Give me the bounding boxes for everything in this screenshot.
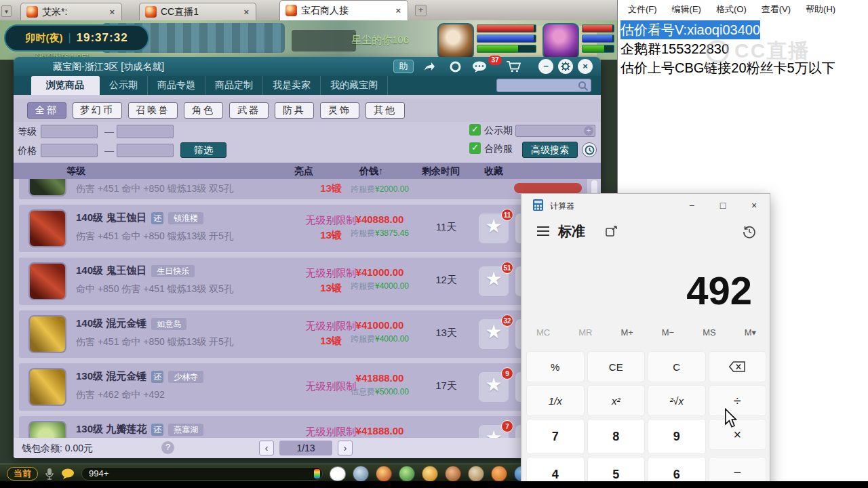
prev-page-button[interactable]: ‹ <box>259 441 274 455</box>
multiply-key[interactable]: × <box>709 419 767 450</box>
digit-8-key[interactable]: 8 <box>587 419 646 454</box>
menu-format[interactable]: 格式(O) <box>716 3 747 16</box>
advanced-search-button[interactable]: 高级搜索 <box>522 142 578 158</box>
category-coins[interactable]: 梦幻币 <box>73 102 122 119</box>
pet-status-widget[interactable] <box>437 23 536 60</box>
sqrt-key[interactable]: ²√x <box>648 385 706 416</box>
history-icon[interactable] <box>743 225 756 241</box>
item-icon-axe[interactable] <box>28 209 66 247</box>
chat-channel-current-button[interactable]: 当前 <box>7 467 38 481</box>
tab-i-am-seller[interactable]: 我是卖家 <box>263 76 321 95</box>
chat-bubble-icon[interactable] <box>61 468 75 479</box>
favorite-button[interactable]: ★11 <box>479 214 509 243</box>
digit-7-key[interactable]: 7 <box>526 419 585 454</box>
memory-add-button[interactable]: M+ <box>620 327 633 338</box>
favorite-button[interactable]: ★51 <box>479 266 509 296</box>
plus-icon[interactable]: + <box>584 126 593 136</box>
table-row[interactable]: 140级 鬼王蚀日还镇淮楼 伤害 +451 命中 +850 锻炼13级 开5孔 … <box>19 205 587 252</box>
scroll-shortcut-icon[interactable] <box>468 466 484 482</box>
category-others[interactable]: 其他 <box>366 102 405 119</box>
close-button[interactable]: × <box>578 59 593 74</box>
item-icon-hammer[interactable] <box>28 368 66 406</box>
pet-shortcut-icon[interactable] <box>330 466 346 481</box>
category-pets[interactable]: 召唤兽 <box>128 102 178 119</box>
item-icon-lotus[interactable] <box>28 421 66 438</box>
favorite-button[interactable]: ★9 <box>479 372 509 402</box>
menu-file[interactable]: 文件(F) <box>628 3 657 16</box>
search-history-clock-button[interactable] <box>582 142 597 157</box>
table-row[interactable]: 140级 混元金锤如意岛 伤害 +451 命中 +850 锻炼13级 开5孔 无… <box>19 310 587 358</box>
item-icon-axe[interactable] <box>28 262 66 300</box>
page-indicator[interactable]: 1/13 <box>279 441 332 455</box>
percent-key[interactable]: % <box>526 351 585 382</box>
table-row[interactable]: 130级 九瓣莲花还燕塞湖 无级别限制 ¥41888.00 ★7 <box>19 416 587 438</box>
memory-recall-button[interactable]: MR <box>578 327 592 338</box>
tab-my-cbg[interactable]: 我的藏宝阁 <box>321 76 388 95</box>
ring-icon[interactable] <box>445 59 465 74</box>
wallet-help-icon[interactable]: ? <box>161 441 174 454</box>
settings-gear-button[interactable] <box>558 59 573 74</box>
table-row[interactable]: 140级 鬼王蚀日生日快乐 命中 +850 伤害 +451 锻炼13级 双5孔 … <box>19 258 587 305</box>
memory-subtract-button[interactable]: M− <box>662 327 674 338</box>
keep-on-top-icon[interactable] <box>606 226 618 239</box>
notice-period-checkbox[interactable]: ✓ <box>469 124 481 136</box>
tab-notice-period[interactable]: 公示期 <box>100 76 148 95</box>
item-icon-hammer[interactable] <box>28 315 66 353</box>
tab-list-dropdown[interactable]: ▾ <box>1 5 12 17</box>
sword-shortcut-icon[interactable] <box>353 466 369 482</box>
tab-goods-topics[interactable]: 商品专题 <box>148 76 205 95</box>
coin-shortcut-icon[interactable] <box>422 466 438 482</box>
category-accessories[interactable]: 灵饰 <box>320 102 359 119</box>
new-tab-button[interactable]: + <box>415 5 427 16</box>
help-button[interactable]: 助 <box>393 60 414 73</box>
memory-clear-button[interactable]: MC <box>536 327 550 338</box>
price-max-input[interactable] <box>117 144 174 157</box>
filter-submit-button[interactable]: 筛选 <box>180 142 226 158</box>
close-button[interactable]: × <box>738 194 770 217</box>
close-icon[interactable]: × <box>108 7 116 17</box>
chest-shortcut-icon[interactable] <box>376 466 392 482</box>
price-min-input[interactable] <box>41 144 98 157</box>
hamburger-menu-icon[interactable] <box>536 226 550 239</box>
backspace-key[interactable] <box>709 351 767 382</box>
message-icon[interactable] <box>469 59 490 74</box>
category-all[interactable]: 全部 <box>27 102 66 119</box>
chat-color-picker[interactable] <box>314 469 320 479</box>
category-characters[interactable]: 角色 <box>184 102 223 119</box>
search-input[interactable] <box>496 79 591 92</box>
tab-gem-merchant[interactable]: 宝石商人接 × <box>279 0 408 20</box>
level-min-input[interactable] <box>41 125 98 138</box>
table-row[interactable]: 130级 混元金锤还少林寺 伤害 +462 命中 +492 无级别限制 ¥418… <box>19 363 587 411</box>
share-icon[interactable] <box>419 59 439 74</box>
notice-period-input[interactable]: + <box>515 125 595 137</box>
category-weapons[interactable]: 武器 <box>229 102 269 119</box>
minimize-button[interactable]: − <box>538 59 553 74</box>
memory-dropdown-button[interactable]: M▾ <box>745 327 756 338</box>
clear-key[interactable]: C <box>648 351 706 382</box>
minimize-button[interactable]: − <box>676 194 707 217</box>
bag-shortcut-icon[interactable] <box>445 466 461 482</box>
buy-button[interactable] <box>514 183 582 193</box>
table-row-partial[interactable]: 伤害 +451 命中 +850 锻炼13级 双5孔 13锻 跨服费¥2000.0… <box>19 179 587 199</box>
square-key[interactable]: x² <box>587 385 646 416</box>
level-max-input[interactable] <box>117 125 174 138</box>
menu-edit[interactable]: 编辑(E) <box>672 3 701 16</box>
header-price-sort[interactable]: 价钱↑ <box>359 165 383 178</box>
character-avatar[interactable] <box>542 23 579 60</box>
character-status-widget[interactable] <box>542 23 614 60</box>
friend-shortcut-icon[interactable] <box>491 466 507 482</box>
cart-icon[interactable] <box>503 59 524 74</box>
menu-help[interactable]: 帮助(H) <box>806 3 835 16</box>
chat-input[interactable]: 994+ <box>81 467 323 481</box>
shield-shortcut-icon[interactable] <box>399 466 415 482</box>
cbg-titlebar[interactable]: 藏宝阁-浙江3区 [功成名就] 助 37 − × <box>14 57 601 76</box>
microphone-icon[interactable] <box>45 468 54 480</box>
clear-entry-key[interactable]: CE <box>587 351 646 382</box>
notepad-text-area[interactable]: 估价看号V:xiaoqi03400 企鹅群155322830 估价上号CBG链接… <box>618 19 868 79</box>
pet-avatar[interactable] <box>437 23 474 60</box>
category-armor[interactable]: 防具 <box>275 102 314 119</box>
next-page-button[interactable]: › <box>338 441 353 455</box>
digit-9-key[interactable]: 9 <box>648 419 706 454</box>
tab-browse-goods[interactable]: 浏览商品 <box>31 76 100 95</box>
menu-view[interactable]: 查看(V) <box>762 3 791 16</box>
